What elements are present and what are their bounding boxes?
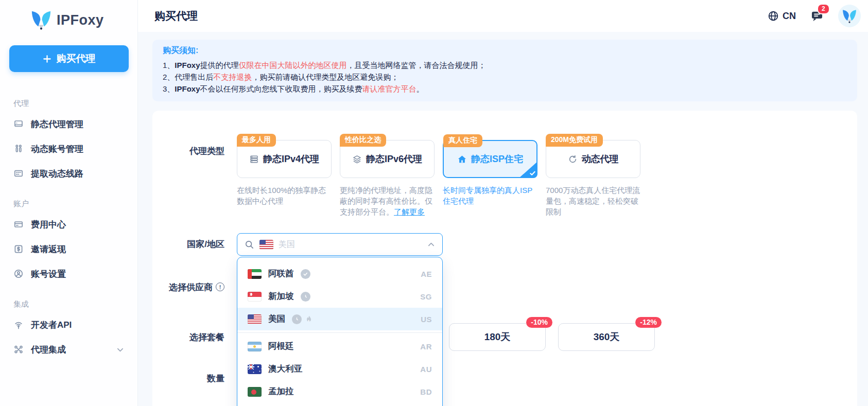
- buy-proxy-label: 购买代理: [57, 52, 96, 65]
- country-option-label: 新加坡: [268, 291, 294, 302]
- nav-section-integration: 集成: [13, 299, 137, 309]
- label-quantity: 数量: [152, 367, 224, 390]
- buy-proxy-button[interactable]: 购买代理: [9, 45, 129, 72]
- flag-sg-icon: [248, 292, 262, 302]
- proxy-type-card-isp-selected[interactable]: 真人住宅 静态ISP住宅: [443, 140, 537, 178]
- country-status-icons: [292, 314, 314, 324]
- message-count-badge: 2: [817, 4, 830, 14]
- country-option-us-highlighted[interactable]: 美国 US: [237, 308, 442, 330]
- user-circle-icon: [13, 269, 24, 279]
- label-country: 国家/地区: [152, 233, 224, 256]
- country-option-ae[interactable]: 阿联酋 AE: [237, 262, 442, 285]
- fox-logo-icon: [30, 10, 53, 30]
- country-search-input[interactable]: [279, 240, 422, 249]
- label-supplier: 选择供应商!: [152, 276, 224, 299]
- package-options: 180天 -10% 360天 -12%: [449, 323, 655, 351]
- avatar[interactable]: [838, 5, 861, 27]
- proxy-type-desc-isp: 长时间专属独享的真人ISP住宅代理: [443, 185, 537, 206]
- check-circle-icon: [301, 269, 310, 279]
- lines-icon: [13, 168, 24, 179]
- clock-icon: [292, 314, 302, 324]
- package-card-360[interactable]: 360天 -12%: [558, 323, 655, 351]
- sidebar: IPFoxy 购买代理 代理 静态代理管理 动态账号管理 提取动态线路 账户 费…: [0, 0, 138, 406]
- discount-badge-360: -12%: [635, 317, 662, 328]
- flag-ar-icon: [248, 342, 262, 351]
- server-icon: [249, 154, 259, 164]
- proxy-type-isp: 真人住宅 静态ISP住宅 长时间专属独享的真人ISP住宅代理: [443, 140, 537, 217]
- chevron-up-icon[interactable]: [427, 241, 435, 249]
- sidebar-item-label: 代理集成: [31, 344, 66, 356]
- brand-name: IPFoxy: [57, 12, 104, 28]
- country-option-label: 阿联酋: [268, 268, 294, 279]
- fox-avatar-icon: [842, 9, 857, 23]
- badge-real-residential: 真人住宅: [443, 134, 482, 147]
- nav-section-account: 账户: [13, 199, 137, 209]
- flag-bd-icon: [248, 387, 262, 397]
- country-dropdown: 阿联酋 AE 新加坡 SG 美国: [237, 257, 443, 406]
- sidebar-item-proxy-integration[interactable]: 代理集成: [0, 337, 137, 362]
- integration-icon: [13, 344, 24, 355]
- discount-badge-180: -10%: [526, 317, 552, 328]
- monitor-icon: [13, 119, 24, 129]
- proxy-type-dynamic: 200M免费试用 动态代理 7000万动态真人住宅代理流量包，高速稳定，轻松突破…: [546, 140, 640, 217]
- brand-logo[interactable]: IPFoxy: [30, 10, 137, 30]
- layers-icon: [352, 154, 362, 164]
- country-select[interactable]: [237, 233, 443, 256]
- country-option-br[interactable]: 巴西 BR: [237, 403, 442, 406]
- language-switcher[interactable]: CN: [768, 10, 796, 22]
- proxy-type-title: 静态IPv4代理: [263, 153, 319, 165]
- badge-best-value: 性价比之选: [340, 134, 386, 147]
- country-code: BD: [420, 387, 432, 396]
- home-icon: [457, 154, 467, 164]
- proxy-type-card-ipv6[interactable]: 性价比之选 静态IPv6代理: [340, 140, 435, 178]
- header-actions: CN 2: [768, 5, 861, 27]
- proxy-type-card-dynamic[interactable]: 200M免费试用 动态代理: [546, 140, 640, 178]
- search-icon: [245, 240, 254, 250]
- country-option-au[interactable]: 澳大利亚 AU: [237, 358, 442, 380]
- sidebar-item-account-settings[interactable]: 账号设置: [0, 261, 137, 286]
- sidebar-item-referral[interactable]: 邀请返现: [0, 237, 137, 261]
- country-code: US: [421, 315, 432, 324]
- country-status-icons: [301, 269, 310, 279]
- proxy-type-options: 最多人用 静态IPv4代理 在线时长100%的独享静态数据中心代理 性价比之选 …: [237, 140, 640, 217]
- flag-ae-icon: [248, 269, 262, 279]
- info-icon: !: [216, 283, 224, 291]
- dollar-square-icon: [13, 244, 24, 254]
- notice-line-1: 1、IPFoxy提供的代理仅限在中国大陆以外的地区使用，且受当地网络监管，请合法…: [163, 59, 847, 71]
- learn-more-link[interactable]: 了解更多: [394, 207, 425, 216]
- content-area: 购买须知: 1、IPFoxy提供的代理仅限在中国大陆以外的地区使用，且受当地网络…: [138, 32, 868, 406]
- proxy-type-desc-dynamic: 7000万动态真人住宅代理流量包，高速稳定，轻松突破限制: [546, 185, 640, 217]
- refresh-icon: [568, 154, 578, 164]
- label-proxy-type: 代理类型: [152, 140, 224, 217]
- proxy-type-ipv6: 性价比之选 静态IPv6代理 更纯净的代理地址，高度隐蔽的同时享有高性价比。仅支…: [340, 140, 435, 217]
- country-option-bd[interactable]: 孟加拉 BD: [237, 380, 442, 403]
- package-card-180[interactable]: 180天 -10%: [449, 323, 546, 351]
- chevron-down-icon: [116, 346, 124, 354]
- proxy-type-title: 静态ISP住宅: [471, 153, 523, 165]
- billing-card-icon: [13, 219, 24, 230]
- proxy-type-title: 动态代理: [582, 153, 619, 165]
- sidebar-item-static-proxy[interactable]: 静态代理管理: [0, 112, 137, 136]
- country-code: AE: [421, 270, 432, 278]
- accounts-icon: [13, 144, 24, 154]
- sidebar-item-developer-api[interactable]: 开发者API: [0, 312, 137, 337]
- country-code: AU: [420, 365, 432, 374]
- row-country: 国家/地区 阿联酋 AE: [152, 233, 857, 256]
- country-option-sg[interactable]: 新加坡 SG: [237, 285, 442, 308]
- flag-us-icon: [259, 240, 273, 250]
- dropdown-divider: [237, 332, 442, 333]
- selected-check-icon: [519, 162, 537, 178]
- proxy-type-title: 静态IPv6代理: [366, 153, 422, 165]
- messages-button[interactable]: 2: [810, 10, 824, 25]
- flag-us-icon: [248, 314, 262, 324]
- badge-most-used: 最多人用: [237, 134, 276, 147]
- sidebar-item-dynamic-accounts[interactable]: 动态账号管理: [0, 136, 137, 161]
- sidebar-item-extract-lines[interactable]: 提取动态线路: [0, 161, 137, 186]
- package-label: 360天: [594, 330, 620, 344]
- purchase-form: 代理类型 最多人用 静态IPv4代理 在线时长100%的独享静态数据中心代理: [152, 111, 857, 406]
- label-auto-renew: 自动续期!: [152, 401, 224, 406]
- sidebar-item-billing[interactable]: 费用中心: [0, 212, 137, 237]
- country-option-ar[interactable]: 阿根廷 AR: [237, 335, 442, 358]
- clock-icon: [301, 292, 310, 302]
- proxy-type-card-ipv4[interactable]: 最多人用 静态IPv4代理: [237, 140, 332, 178]
